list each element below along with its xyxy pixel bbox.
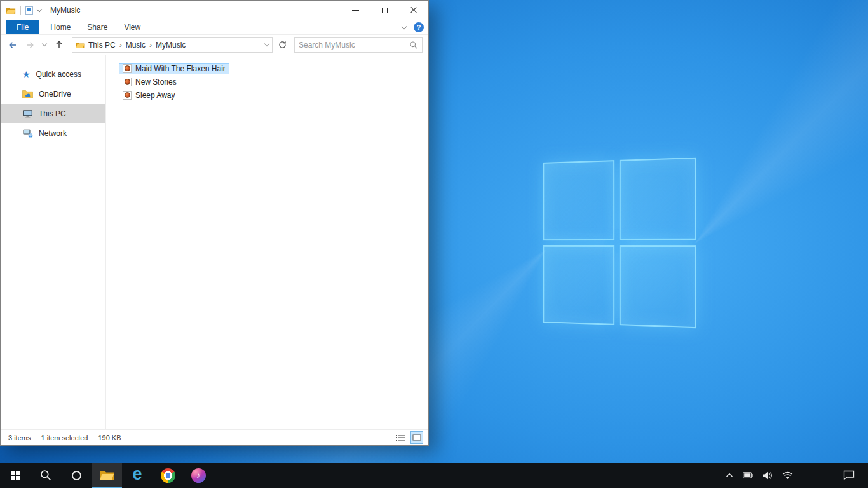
chrome-icon [161, 468, 175, 483]
taskbar-chrome-button[interactable] [153, 463, 183, 488]
sidebar-item-onedrive[interactable]: OneDrive [1, 84, 105, 104]
up-arrow-icon [55, 40, 64, 50]
taskbar-itunes-button[interactable]: ♪ [183, 463, 214, 488]
selection-size: 190 KB [98, 434, 121, 442]
sidebar-item-label: Quick access [36, 70, 81, 79]
file-row[interactable]: Sleep Away [119, 88, 428, 102]
navigation-pane: ★ Quick access OneDrive [1, 55, 106, 429]
file-row[interactable]: Maid With The Flaxen Hair [119, 62, 428, 75]
titlebar: MyMusic [1, 1, 428, 20]
sidebar-item-label: OneDrive [39, 90, 71, 98]
breadcrumb-item-mymusic[interactable]: MyMusic [154, 41, 187, 50]
audio-disc-glyph [125, 92, 130, 98]
windows-logo-wallpaper [543, 158, 696, 328]
view-toggle-buttons [394, 431, 423, 444]
volume-icon [763, 471, 773, 480]
taskbar: e ♪ [0, 463, 868, 488]
tab-view[interactable]: View [116, 20, 149, 34]
action-center-icon [843, 470, 855, 480]
search-icon [409, 41, 418, 50]
file-list[interactable]: Maid With The Flaxen Hair New Stories Sl… [106, 55, 428, 429]
recent-locations-button[interactable] [40, 37, 49, 53]
sidebar-item-label: This PC [39, 109, 66, 118]
taskbar-search-icon [40, 470, 51, 481]
file-chip[interactable]: New Stories [119, 76, 180, 88]
onedrive-icon [22, 90, 33, 98]
status-bar: 3 items 1 item selected 190 KB [1, 429, 428, 445]
audio-file-icon [123, 91, 132, 100]
breadcrumb-separator[interactable]: › [149, 41, 152, 50]
breadcrumb-item-this-pc[interactable]: This PC [86, 41, 118, 50]
breadcrumb-separator[interactable]: › [119, 41, 122, 50]
address-bar[interactable]: This PC › Music › MyMusic [72, 37, 273, 53]
logo-pane-top-right [620, 158, 696, 240]
tray-expand-button[interactable] [726, 463, 733, 488]
window-body: ★ Quick access OneDrive [1, 55, 428, 429]
quick-access-toolbar [1, 6, 41, 15]
breadcrumb-item-music[interactable]: Music [124, 41, 147, 50]
qat-dropdown-icon[interactable] [37, 6, 42, 11]
up-button[interactable] [52, 37, 66, 53]
file-name: Sleep Away [135, 91, 175, 100]
logo-pane-bottom-right [620, 245, 696, 328]
system-menu-folder-icon[interactable] [6, 6, 16, 15]
search-input[interactable] [299, 41, 409, 50]
window-title: MyMusic [50, 6, 80, 15]
help-button[interactable]: ? [414, 22, 424, 32]
taskbar-file-explorer-button[interactable] [92, 463, 122, 488]
recent-locations-icon [42, 41, 47, 46]
qat-separator [20, 6, 21, 15]
nav-toolbar: This PC › Music › MyMusic [1, 35, 428, 55]
itunes-icon: ♪ [191, 468, 206, 483]
cortana-icon [72, 471, 81, 480]
battery-button[interactable] [743, 463, 753, 488]
refresh-button[interactable] [276, 37, 288, 53]
action-center-button[interactable] [835, 463, 863, 488]
close-button[interactable] [399, 1, 428, 20]
details-view-button[interactable] [394, 431, 407, 444]
windows-logo-icon [11, 471, 20, 480]
chevron-up-icon [726, 473, 733, 478]
sidebar-item-label: Network [39, 129, 67, 138]
tab-file[interactable]: File [6, 20, 39, 34]
battery-icon [743, 472, 753, 478]
taskbar-edge-button[interactable]: e [122, 463, 153, 488]
forward-button[interactable] [23, 37, 37, 53]
back-arrow-icon [8, 40, 18, 50]
network-icon [22, 129, 33, 138]
icons-view-icon [412, 434, 421, 441]
refresh-icon [278, 41, 287, 49]
file-row[interactable]: New Stories [119, 75, 428, 88]
audio-disc-glyph [125, 65, 130, 71]
file-name: Maid With The Flaxen Hair [135, 64, 226, 73]
logo-pane-top-left [543, 160, 614, 240]
file-chip[interactable]: Maid With The Flaxen Hair [119, 63, 229, 74]
search-box[interactable] [294, 37, 423, 53]
file-explorer-icon [99, 469, 114, 482]
sidebar-item-this-pc[interactable]: This PC [1, 104, 105, 123]
caption-buttons [341, 1, 428, 20]
back-button[interactable] [6, 37, 20, 53]
edge-icon: e [132, 466, 142, 483]
ribbon-expand-icon[interactable] [402, 24, 407, 29]
audio-file-icon [123, 64, 132, 73]
sidebar-item-quick-access[interactable]: ★ Quick access [1, 64, 105, 84]
tab-share[interactable]: Share [79, 20, 116, 34]
taskbar-search-button[interactable] [31, 463, 61, 488]
address-dropdown-icon[interactable] [264, 41, 269, 46]
sidebar-item-network[interactable]: Network [1, 123, 105, 143]
qat-button-icon[interactable] [25, 6, 33, 15]
cortana-button[interactable] [61, 463, 92, 488]
icons-view-button[interactable] [410, 431, 423, 444]
start-button[interactable] [0, 463, 31, 488]
minimize-button[interactable] [341, 1, 370, 20]
tab-home[interactable]: Home [42, 20, 79, 34]
file-name: New Stories [135, 78, 177, 86]
audio-disc-glyph [125, 79, 130, 85]
network-wifi-button[interactable] [782, 463, 793, 488]
file-chip[interactable]: Sleep Away [119, 90, 179, 101]
wifi-icon [782, 471, 793, 480]
forward-arrow-icon [25, 40, 35, 50]
maximize-button[interactable] [370, 1, 399, 20]
volume-button[interactable] [763, 463, 773, 488]
